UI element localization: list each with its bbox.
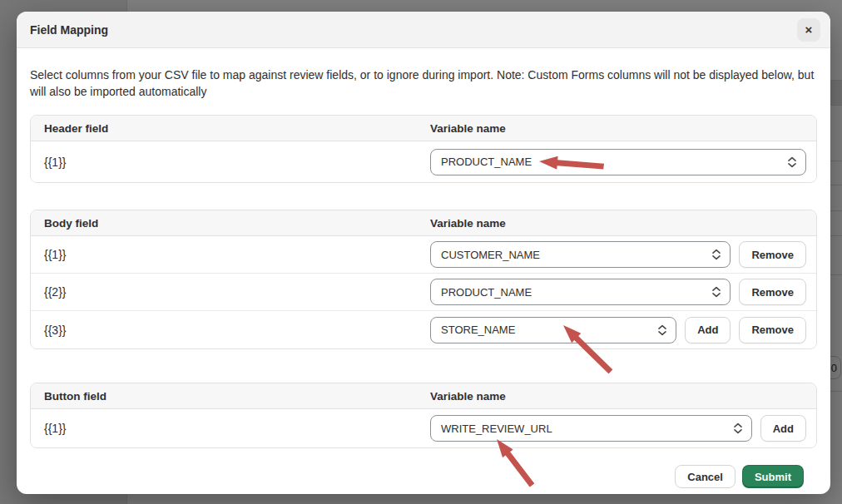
modal-footer: Cancel Submit [30,448,817,488]
variable-select-button-1[interactable]: WRITE_REVIEW_URL [430,415,752,442]
column-header-field: Header field [31,122,430,135]
column-header-variable: Variable name [430,390,816,403]
chevron-up-down-icon [787,156,797,168]
field-key: {{1}} [31,248,430,261]
body-field-table: Body field Variable name {{1}} CUSTOMER_… [30,210,817,349]
field-key: {{1}} [31,422,430,435]
column-header-field: Body field [31,217,430,230]
field-key: {{1}} [31,156,430,169]
field-key: {{2}} [31,285,430,299]
table-row: {{2}} PRODUCT_NAME Remove [31,274,816,311]
select-value: STORE_NAME [441,324,515,336]
select-value: PRODUCT_NAME [441,286,532,299]
table-header-row: Header field Variable name [31,116,816,141]
select-value: WRITE_REVIEW_URL [441,422,552,435]
close-icon: × [805,23,813,36]
chevron-up-down-icon [657,324,667,336]
variable-select-body-3[interactable]: STORE_NAME [430,317,676,343]
submit-button[interactable]: Submit [742,465,804,488]
header-field-table: Header field Variable name {{1}} PRODUCT… [30,115,817,183]
add-button[interactable]: Add [760,415,806,442]
add-button[interactable]: Add [685,317,731,343]
field-mapping-modal: Field Mapping × Select columns from your… [17,12,830,494]
modal-body: Select columns from your CSV file to map… [17,48,830,488]
chevron-up-down-icon [733,422,743,434]
variable-select-body-2[interactable]: PRODUCT_NAME [430,279,731,305]
remove-button[interactable]: Remove [739,279,806,305]
variable-select-body-1[interactable]: CUSTOMER_NAME [430,241,731,268]
table-row: {{3}} STORE_NAME Add Remove [31,311,816,348]
select-value: CUSTOMER_NAME [441,249,540,261]
column-header-variable: Variable name [430,122,816,135]
table-row: {{1}} WRITE_REVIEW_URL Add [31,409,816,447]
chevron-up-down-icon [711,249,721,260]
remove-button[interactable]: Remove [739,241,806,268]
close-button[interactable]: × [797,18,820,42]
field-key: {{3}} [31,324,430,337]
table-header-row: Body field Variable name [31,210,816,236]
cancel-button[interactable]: Cancel [675,465,736,488]
column-header-variable: Variable name [430,217,816,230]
chevron-up-down-icon [711,286,721,298]
remove-button[interactable]: Remove [739,317,806,343]
table-row: {{1}} PRODUCT_NAME [31,141,816,182]
modal-header: Field Mapping × [17,12,830,48]
modal-description: Select columns from your CSV file to map… [30,67,817,100]
select-value: PRODUCT_NAME [441,156,532,168]
table-header-row: Button field Variable name [31,383,816,409]
table-row: {{1}} CUSTOMER_NAME Remove [31,236,816,274]
button-field-table: Button field Variable name {{1}} WRITE_R… [30,383,817,448]
modal-title: Field Mapping [30,23,108,37]
variable-select-header-1[interactable]: PRODUCT_NAME [430,149,806,175]
column-header-field: Button field [31,390,430,403]
